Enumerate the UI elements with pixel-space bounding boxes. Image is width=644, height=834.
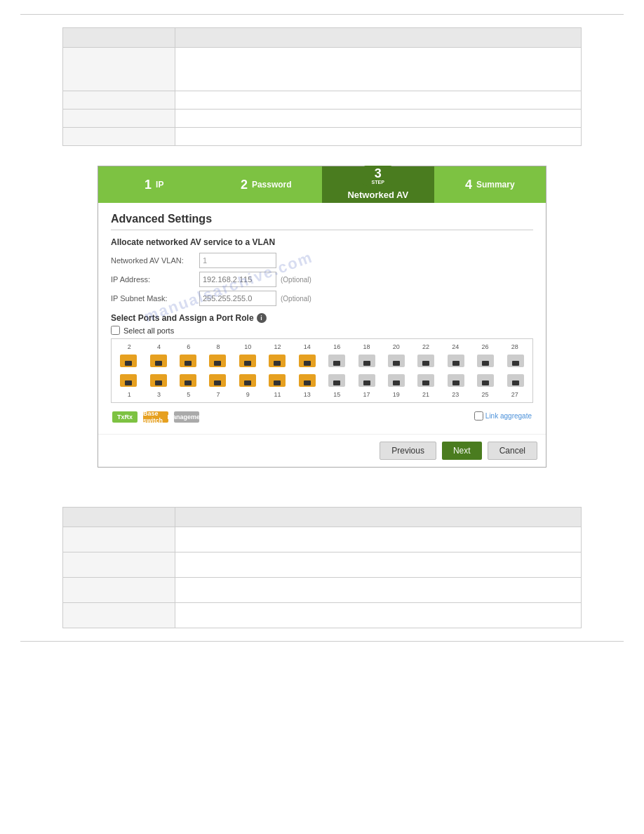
step-bar: 1 IP 2 Password 3 STEP Networked AV 4 Su…: [98, 166, 546, 203]
step-2-num: 2: [241, 178, 248, 192]
port-num-8: 8: [203, 343, 233, 350]
port-num-27: 27: [500, 391, 530, 398]
wizard-title: Advanced Settings: [111, 213, 533, 230]
port-num-19: 19: [382, 391, 411, 398]
step-3-word: STEP: [372, 180, 384, 185]
port-num-21: 21: [411, 391, 441, 398]
legend-txrx: TxRx: [112, 411, 137, 423]
legend-base-switch: Base switch: [143, 411, 168, 423]
port-numbers-top-row: 2 4 6 8 10 12 14 16 18 20 22 24 26 28: [114, 343, 530, 350]
step-2-label: Password: [252, 180, 292, 190]
port-top-14[interactable]: [505, 352, 526, 370]
top-table-row2-col1: [63, 91, 175, 110]
port-top-1[interactable]: [118, 352, 139, 370]
link-aggregate[interactable]: Link aggregate: [474, 411, 532, 421]
bottom-table-row2-col1: [63, 552, 175, 578]
port-bot-7[interactable]: [297, 371, 318, 390]
port-section-label: Select Ports and Assign a Port Role i: [111, 313, 533, 323]
port-section-text: Select Ports and Assign a Port Role: [111, 313, 254, 323]
ip-input[interactable]: [199, 272, 276, 287]
legend-txrx-box: TxRx: [112, 411, 137, 423]
select-all-checkbox[interactable]: [111, 326, 120, 335]
port-top-11[interactable]: [415, 352, 436, 370]
port-bot-6[interactable]: [267, 371, 288, 390]
port-bot-3[interactable]: [177, 371, 199, 390]
vlan-row: Networked AV VLAN:: [111, 253, 533, 268]
port-top-5[interactable]: [237, 352, 258, 370]
port-top-2[interactable]: [148, 352, 169, 370]
bottom-table-row2-col2: [175, 552, 582, 578]
port-num-24: 24: [441, 343, 470, 350]
port-top-7[interactable]: [297, 352, 318, 370]
port-num-9: 9: [233, 391, 262, 398]
link-aggregate-checkbox[interactable]: [474, 411, 483, 421]
vlan-input[interactable]: [199, 253, 276, 268]
bottom-table-row1-col1: [63, 527, 175, 552]
link-aggregate-label: Link aggregate: [485, 412, 532, 420]
port-num-22: 22: [411, 343, 441, 350]
port-bot-1[interactable]: [118, 371, 139, 390]
port-grid: 2 4 6 8 10 12 14 16 18 20 22 24 26 28: [111, 338, 533, 403]
bottom-table-row3-col2: [175, 578, 582, 603]
step-3-num: 3: [375, 167, 382, 180]
allocate-label: Allocate networked AV service to a VLAN: [111, 237, 533, 247]
port-bot-14[interactable]: [505, 371, 526, 390]
top-divider: [20, 14, 624, 15]
vlan-label: Networked AV VLAN:: [111, 256, 195, 265]
port-num-11: 11: [262, 391, 292, 398]
port-top-6[interactable]: [267, 352, 288, 370]
ports-top-row: [114, 352, 530, 370]
port-top-4[interactable]: [207, 352, 228, 370]
cancel-button[interactable]: Cancel: [488, 442, 537, 460]
ip-label: IP Address:: [111, 275, 195, 284]
subnet-input[interactable]: [199, 291, 276, 306]
step-3-badge: 3 STEP: [362, 166, 394, 192]
step-1-label: IP: [156, 180, 163, 190]
port-bot-2[interactable]: [148, 371, 169, 390]
port-bot-10[interactable]: [386, 371, 407, 390]
port-bot-4[interactable]: [207, 371, 228, 390]
step-3[interactable]: 3 STEP Networked AV: [322, 166, 434, 203]
top-table-row1-col1: [63, 48, 175, 91]
bottom-table-header-col1: [63, 508, 175, 527]
port-numbers-bottom-row: 1 3 5 7 9 11 13 15 17 19 21 23 25 27: [114, 391, 530, 398]
port-top-3[interactable]: [177, 352, 199, 370]
step-1-num: 1: [145, 178, 152, 192]
port-num-10: 10: [233, 343, 262, 350]
port-bot-8[interactable]: [326, 371, 347, 390]
port-bot-5[interactable]: [237, 371, 258, 390]
port-num-25: 25: [470, 391, 499, 398]
wizard-container: 1 IP 2 Password 3 STEP Networked AV 4 Su…: [98, 166, 546, 487]
port-num-28: 28: [500, 343, 530, 350]
subnet-row: IP Subnet Mask: (Optional): [111, 291, 533, 306]
top-table-header-col2: [175, 28, 582, 48]
port-top-10[interactable]: [386, 352, 407, 370]
bottom-table-wrapper: [62, 507, 582, 628]
top-table-header-col1: [63, 28, 175, 48]
port-num-18: 18: [351, 343, 381, 350]
top-table-row2-col2: [175, 91, 582, 110]
bottom-table: [62, 507, 582, 628]
port-top-8[interactable]: [326, 352, 347, 370]
previous-button[interactable]: Previous: [380, 442, 436, 460]
legend-row: TxRx Base switch Management Link aggrega…: [111, 409, 533, 423]
port-bot-13[interactable]: [475, 371, 496, 390]
wizard-body: Advanced Settings Allocate networked AV …: [98, 203, 546, 430]
step-2[interactable]: 2 Password: [210, 166, 323, 203]
port-num-14: 14: [293, 343, 322, 350]
top-table-row3-col2: [175, 110, 582, 128]
port-top-13[interactable]: [475, 352, 496, 370]
port-top-12[interactable]: [445, 352, 467, 370]
port-bot-9[interactable]: [356, 371, 377, 390]
port-num-4: 4: [144, 343, 173, 350]
next-button[interactable]: Next: [442, 442, 482, 460]
port-top-9[interactable]: [356, 352, 377, 370]
ports-bottom-row: [114, 371, 530, 390]
legend-management-box: Management: [174, 411, 199, 423]
port-num-3: 3: [144, 391, 173, 398]
step-4[interactable]: 4 Summary: [434, 166, 546, 203]
step-1[interactable]: 1 IP: [98, 166, 210, 203]
port-bot-11[interactable]: [415, 371, 436, 390]
legend-base-switch-box: Base switch: [143, 411, 168, 423]
port-bot-12[interactable]: [445, 371, 467, 390]
